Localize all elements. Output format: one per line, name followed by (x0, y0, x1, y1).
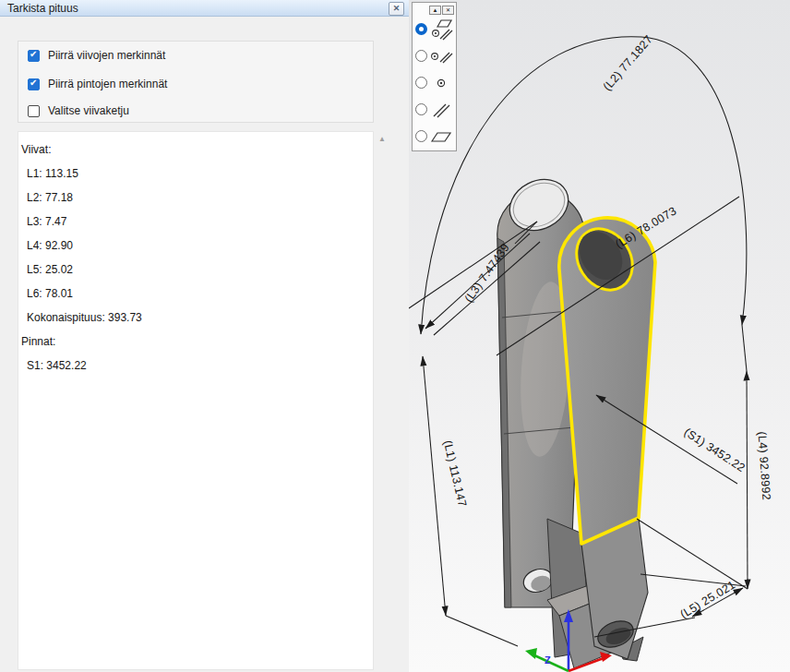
checkbox-label: Valitse viivaketju (48, 104, 129, 117)
filter-option-point[interactable] (413, 69, 456, 96)
list-item-l3: L3: 7.47 (18, 210, 373, 234)
dimension-ext-l4-top (742, 325, 747, 371)
checkbox-label: Piirrä viivojen merkinnät (48, 49, 165, 62)
filter-option-line[interactable] (413, 96, 456, 123)
checkbox-1[interactable] (28, 50, 40, 62)
check-length-dialog: Tarkista pituus ✕ Piirrä viivojen merkin… (0, 0, 410, 672)
dim-label-l5: (L5) 25.021 (678, 578, 738, 621)
radio-plane-point-line[interactable] (415, 23, 427, 35)
point-line-icon (429, 44, 453, 68)
filter-option-point-line[interactable] (413, 42, 456, 69)
dim-label-s1: (S1) 3452.22 (682, 426, 748, 474)
dim-label-l4: (L4) 92.8992 (755, 431, 772, 500)
model-canvas[interactable]: (L2) 77.1827 (L6) 78.0073 (L3) 7.47439 (… (409, 0, 790, 672)
radio-line[interactable] (415, 103, 427, 115)
dimension-line-l4 (747, 371, 748, 589)
filter-option-plane-point-line[interactable] (413, 16, 456, 42)
list-item-l6: L6: 78.01 (18, 282, 373, 306)
3d-viewport[interactable]: (L2) 77.1827 (L6) 78.0073 (L3) 7.47439 (… (409, 0, 790, 672)
dimension-line-l1 (423, 356, 446, 616)
triad-z-label: Z (545, 654, 551, 666)
radio-plane[interactable] (415, 130, 427, 142)
checkbox-row-select-chain[interactable]: Valitse viivaketju (28, 104, 129, 117)
point-icon (429, 71, 453, 95)
selection-filter-toolbar: ▲ ✕ (412, 2, 457, 151)
list-item-l4: L4: 92.90 (18, 234, 373, 258)
close-icon[interactable]: ✕ (442, 6, 454, 15)
radio-point[interactable] (415, 77, 427, 89)
plane-point-line-icon (429, 18, 453, 42)
results-list: Viivat: L1: 113.15 L2: 77.18 L3: 7.47 L4… (18, 131, 374, 670)
close-icon[interactable]: ✕ (389, 2, 404, 16)
options-groupbox: Piirrä viivojen merkinnät Piirrä pintoje… (18, 41, 374, 123)
radio-point-line[interactable] (415, 50, 427, 62)
list-item-l5: L5: 25.02 (18, 258, 373, 282)
list-item-l2: L2: 77.18 (18, 186, 373, 210)
plane-icon (429, 125, 453, 149)
list-item-total: Kokonaispituus: 393.73 (18, 306, 373, 330)
lines-header: Viivat: (18, 138, 373, 162)
dialog-title-bar[interactable]: Tarkista pituus ✕ (0, 0, 409, 17)
checkbox-row-draw-surface-marks[interactable]: Piirrä pintojen merkinnät (28, 78, 167, 90)
checkbox-3[interactable] (28, 105, 40, 117)
line-icon (429, 98, 453, 122)
collapse-icon[interactable]: ▲ (429, 6, 441, 15)
list-item-l1: L1: 113.15 (18, 162, 373, 186)
dialog-title: Tarkista pituus (7, 2, 78, 15)
surfaces-header: Pinnat: (18, 330, 373, 354)
list-item-s1: S1: 3452.22 (18, 354, 373, 378)
filter-option-plane[interactable] (413, 123, 456, 150)
dim-label-l1: (L1) 113.147 (441, 439, 469, 509)
model-bracket (497, 170, 655, 668)
checkbox-row-draw-line-marks[interactable]: Piirrä viivojen merkinnät (28, 49, 165, 62)
checkbox-2[interactable] (28, 78, 40, 90)
scroll-up-icon[interactable]: ▲ (376, 134, 389, 145)
checkbox-label: Piirrä pintojen merkinnät (48, 78, 167, 90)
dim-label-l2: (L2) 77.1827 (601, 33, 655, 93)
dimension-ext-l1 (446, 616, 518, 646)
axis-x-arrowhead (525, 648, 537, 659)
toolbar-header: ▲ ✕ (413, 3, 456, 16)
